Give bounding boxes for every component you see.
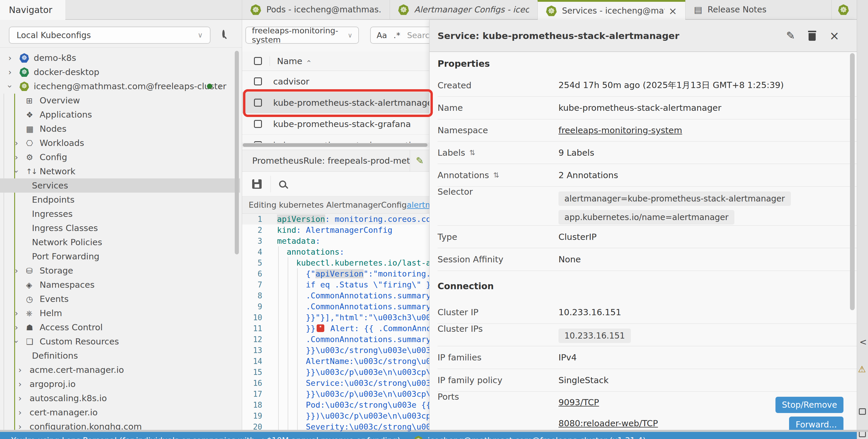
tab-partial[interactable]: ☸ xyxy=(831,0,857,19)
sidebar-item-applications[interactable]: ❖Applications xyxy=(0,107,240,122)
stepper-icon[interactable]: ⇅ xyxy=(493,171,499,179)
sidebar-item-events[interactable]: ◷Events xyxy=(0,292,240,306)
sidebar-item-namespaces[interactable]: ◈Namespaces xyxy=(0,278,240,292)
edit-icon[interactable]: ✎ xyxy=(410,155,429,166)
tab-close-icon[interactable]: × xyxy=(669,5,677,17)
sidebar-item-label: Helm xyxy=(40,308,62,318)
chevron-right-icon[interactable]: › xyxy=(18,365,30,375)
sidebar-item-demo-k8s[interactable]: ›☸demo-k8s xyxy=(0,51,240,65)
document-icon: ▤ xyxy=(694,4,702,15)
sidebar-item-workloads[interactable]: ›⎔Workloads xyxy=(0,136,240,150)
sidebar-item-acme-cert-manager-io[interactable]: ›acme.cert-manager.io xyxy=(0,363,240,377)
chevron-down-icon[interactable]: › xyxy=(15,337,26,346)
port-link[interactable]: 8080:reloader-web/TCP xyxy=(558,418,658,428)
chevron-down-icon[interactable]: › xyxy=(8,81,20,91)
chevron-down-icon[interactable]: › xyxy=(15,167,26,176)
sidebar-item-storage[interactable]: ›⛁Storage xyxy=(0,264,240,278)
sidebar-search-button[interactable] xyxy=(222,31,225,37)
tab-pods-icecheng-mathmas[interactable]: ☸Pods - icecheng@mathmas... xyxy=(242,0,390,19)
search-icon[interactable] xyxy=(279,180,286,188)
sidebar-item-endpoints[interactable]: Endpoints xyxy=(0,193,240,207)
sidebar-item-network[interactable]: ›↑↓Network xyxy=(0,164,240,178)
column-name-header[interactable]: Name xyxy=(277,56,303,66)
line-number: 19 xyxy=(242,411,262,420)
code-text: annotations: xyxy=(277,247,344,257)
sidebar-item-port-forwarding[interactable]: Port Forwarding xyxy=(0,249,240,264)
chevron-right-icon[interactable]: › xyxy=(18,408,30,417)
connected-dot-icon xyxy=(207,83,212,89)
collapse-icon[interactable]: < xyxy=(860,337,867,347)
namespace-selector[interactable]: freeleaps-monitoring-system ∨ xyxy=(245,27,359,44)
table-header[interactable]: Name › xyxy=(242,52,429,71)
row-checkbox[interactable] xyxy=(254,99,262,107)
warning-icon[interactable]: ⚠ xyxy=(858,364,866,374)
tab-alertmanager-configs-icec[interactable]: ☸Alertmanager Configs - icec... xyxy=(390,0,537,19)
port-link[interactable]: 9093/TCP xyxy=(558,397,599,407)
chevron-down-icon: ∨ xyxy=(348,32,352,39)
table-row-kube-prometheus-stack-grafana[interactable]: kube-prometheus-stack-grafana xyxy=(242,113,429,135)
sidebar-item-cert-manager-io[interactable]: ›cert-manager.io xyxy=(0,405,240,419)
tab-release-notes[interactable]: ▤Release Notes xyxy=(685,0,833,19)
sidebar-item-overview[interactable]: ⊞Overview xyxy=(0,93,240,107)
edit-icon[interactable]: ✎ xyxy=(786,30,795,42)
chevron-right-icon[interactable]: › xyxy=(15,138,26,148)
code-token xyxy=(277,247,287,257)
sidebar-item-config[interactable]: ›⚙Config xyxy=(0,150,240,164)
sidebar-item-helm[interactable]: ›⎈Helm xyxy=(0,306,240,320)
sidebar-item-nodes[interactable]: ▦Nodes xyxy=(0,122,240,136)
kubeconfig-selector[interactable]: Local Kubeconfigs ∨ xyxy=(9,27,211,44)
stop-remove-button[interactable]: Stop/Remove xyxy=(775,397,843,413)
panel-box-icon[interactable] xyxy=(859,408,866,415)
chevron-right-icon[interactable]: › xyxy=(15,308,26,318)
sidebar-item-ingresses[interactable]: Ingresses xyxy=(0,207,240,221)
regex-icon[interactable]: .* xyxy=(394,31,401,40)
scrollbar-thumb[interactable] xyxy=(243,143,428,147)
line-number: 4 xyxy=(242,247,262,257)
sidebar-item-access-control[interactable]: ›☗Access Control xyxy=(0,320,240,334)
code-text: }}"}],"html":"\u003ch3\u003e\u xyxy=(277,313,429,322)
row-name: kube-prometheus-stack-alertmanager xyxy=(273,98,429,108)
chevron-right-icon[interactable]: › xyxy=(8,53,20,63)
sidebar-item-custom-resources[interactable]: ›❑Custom Resources xyxy=(0,334,240,348)
delete-icon[interactable] xyxy=(808,31,816,41)
table-row-kube-prometheus-stack-prometheus[interactable]: kube-prometheus-stack-prometheus xyxy=(242,135,429,143)
chevron-right-icon[interactable]: › xyxy=(15,153,26,162)
chevron-right-icon[interactable]: › xyxy=(15,323,26,332)
sidebar-item-network-policies[interactable]: Network Policies xyxy=(0,235,240,249)
code-text: apiVersion: monitoring.coreos.com/v1 xyxy=(277,214,429,224)
tab-services-icecheng-math[interactable]: ☸Services - icecheng@math...× xyxy=(537,0,685,20)
match-case-icon[interactable]: Aa xyxy=(377,31,387,40)
kubernetes-icon: ☸ xyxy=(20,53,29,63)
row-checkbox[interactable] xyxy=(254,120,262,128)
search-box[interactable]: Aa .* Search xyxy=(370,27,429,44)
select-all-checkbox[interactable] xyxy=(254,57,262,65)
save-icon[interactable] xyxy=(252,179,261,189)
sidebar-item-autoscaling-k8s-io[interactable]: ›autoscaling.k8s.io xyxy=(0,391,240,405)
sidebar-item-services[interactable]: Services xyxy=(0,178,240,193)
details-scrollbar[interactable] xyxy=(850,53,855,310)
chevron-right-icon[interactable]: › xyxy=(18,394,30,403)
code-line-12: 12 .CommonAnnotations.summary }}- xyxy=(242,334,429,345)
chevron-right-icon[interactable]: › xyxy=(15,266,26,276)
stepper-icon[interactable]: ⇅ xyxy=(469,148,475,157)
chevron-right-icon[interactable]: › xyxy=(18,379,30,389)
table-row-kube-prometheus-stack-alertmanager[interactable]: kube-prometheus-stack-alertmanager xyxy=(242,92,429,113)
sidebar-scrollbar[interactable] xyxy=(235,51,239,255)
horizontal-scrollbar[interactable] xyxy=(242,143,429,147)
sidebar-item-definitions[interactable]: Definitions xyxy=(0,348,240,363)
chevron-right-icon[interactable]: › xyxy=(8,67,20,77)
yaml-editor[interactable]: 1apiVersion: monitoring.coreos.com/v12ki… xyxy=(242,213,429,432)
sidebar-item-ingress-classes[interactable]: Ingress Classes xyxy=(0,221,240,235)
chevron-right-icon[interactable]: › xyxy=(219,82,222,91)
table-row-cadvisor[interactable]: cadvisor xyxy=(242,71,429,92)
editing-notice-link[interactable]: alertmanager xyxy=(407,200,429,209)
sidebar-item-docker-desktop[interactable]: ›☸docker-desktop xyxy=(0,65,240,79)
section-heading-connection: Connection xyxy=(438,271,857,301)
sidebar-item-icecheng-mathmast-com-freeleaps-cluster[interactable]: ›☸icecheng@mathmast.com@freeleaps-cluste… xyxy=(0,79,240,93)
close-icon[interactable]: × xyxy=(829,30,839,42)
sidebar-item-label: autoscaling.k8s.io xyxy=(30,393,107,403)
sidebar-item-label: Applications xyxy=(40,110,92,120)
row-checkbox[interactable] xyxy=(254,77,262,86)
detail-value-link[interactable]: freeleaps-monitoring-system xyxy=(558,125,682,135)
sidebar-item-argoproj-io[interactable]: ›argoproj.io xyxy=(0,377,240,391)
